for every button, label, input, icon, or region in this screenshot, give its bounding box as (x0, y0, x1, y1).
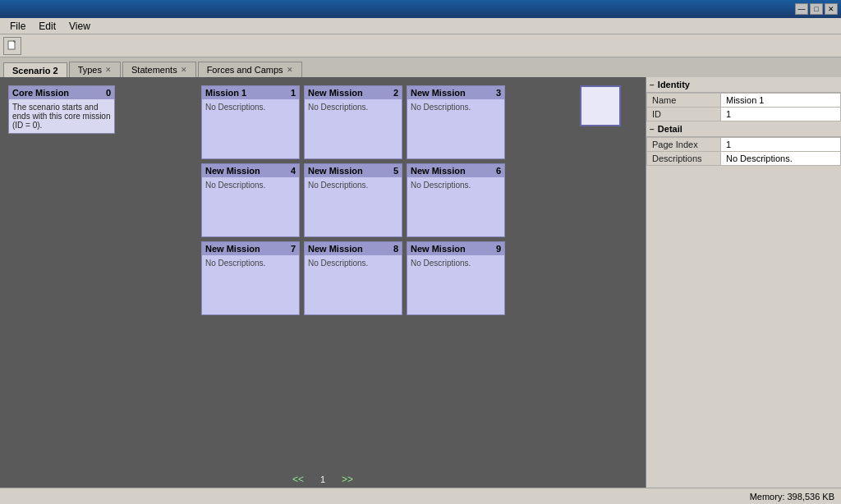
mission-id-4: 4 (291, 166, 296, 176)
title-bar-controls: — □ ✕ (795, 3, 838, 15)
maximize-button[interactable]: □ (810, 3, 823, 15)
mission-desc-6: No Descriptions. (411, 181, 471, 190)
identity-section-label: Identity (658, 80, 690, 89)
toolbar (0, 34, 841, 57)
tab-types-close[interactable]: ✕ (105, 66, 112, 74)
selected-preview (580, 85, 621, 126)
mission-card-9[interactable]: New Mission 9 No Descriptions. (407, 241, 505, 315)
mission-name-3: New Mission (411, 88, 466, 98)
tab-scenario2[interactable]: Scenario 2 (3, 62, 67, 78)
mission-body-1: No Descriptions. (202, 99, 299, 115)
mission-name-8: New Mission (308, 244, 363, 254)
prop-id-label: ID (647, 108, 721, 121)
mission-name-4: New Mission (205, 166, 260, 176)
mission-id-5: 5 (393, 166, 398, 176)
prop-name-label: Name (647, 94, 721, 108)
mission-header-5: New Mission 5 (305, 164, 402, 177)
mission-desc-3: No Descriptions. (411, 103, 471, 112)
mission-name-1: Mission 1 (205, 88, 246, 98)
prop-pageindex-value: 1 (721, 138, 841, 152)
pagination: << 1 >> (0, 471, 646, 488)
mission-desc-8: No Descriptions. (308, 259, 368, 268)
tabs-bar: Scenario 2 Types ✕ Statements ✕ Forces a… (0, 57, 841, 77)
detail-toggle[interactable]: − (650, 125, 655, 134)
mission-card-7[interactable]: New Mission 7 No Descriptions. (201, 241, 300, 315)
mission-name-5: New Mission (308, 166, 363, 176)
mission-desc-1: No Descriptions. (205, 103, 265, 112)
mission-body-6: No Descriptions. (407, 177, 504, 193)
right-panel: − Identity Name Mission 1 ID 1 − Detail (646, 77, 841, 488)
core-mission-body: The scenario starts and ends with this c… (9, 99, 114, 133)
mission-body-5: No Descriptions. (305, 177, 402, 193)
mission-card-2[interactable]: New Mission 2 No Descriptions. (304, 85, 402, 159)
core-mission-title: Core Mission (12, 88, 69, 98)
prop-pageindex-row: Page Index 1 (647, 138, 841, 152)
title-bar: — □ ✕ (0, 0, 841, 18)
mission-header-4: New Mission 4 (202, 164, 299, 177)
mission-card-4[interactable]: New Mission 4 No Descriptions. (201, 163, 300, 237)
prop-descriptions-row: Descriptions No Descriptions. (647, 152, 841, 166)
prop-name-value: Mission 1 (721, 94, 841, 108)
detail-section-label: Detail (658, 124, 682, 134)
prop-pageindex-label: Page Index (647, 138, 721, 152)
mission-id-6: 6 (496, 166, 501, 176)
mission-card-5[interactable]: New Mission 5 No Descriptions. (304, 163, 402, 237)
next-page-button[interactable]: >> (342, 474, 353, 485)
prop-name-row: Name Mission 1 (647, 94, 841, 108)
menu-file[interactable]: File (3, 19, 32, 34)
menu-edit[interactable]: Edit (32, 19, 62, 34)
status-bar: Memory: 398,536 KB (0, 488, 841, 504)
memory-status: Memory: 398,536 KB (750, 492, 834, 502)
mission-header-3: New Mission 3 (407, 86, 504, 99)
main-layout: Core Mission 0 The scenario starts and e… (0, 77, 841, 488)
mission-id-1: 1 (291, 88, 296, 98)
mission-card-6[interactable]: New Mission 6 No Descriptions. (407, 163, 505, 237)
mission-id-3: 3 (496, 88, 501, 98)
mission-desc-5: No Descriptions. (308, 181, 368, 190)
menu-bar: File Edit View (0, 18, 841, 34)
mission-header-9: New Mission 9 (407, 242, 504, 255)
prop-id-value: 1 (721, 108, 841, 121)
mission-body-8: No Descriptions. (305, 255, 402, 271)
mission-card-1[interactable]: Mission 1 1 No Descriptions. (201, 85, 300, 159)
mission-header-6: New Mission 6 (407, 164, 504, 177)
prev-page-button[interactable]: << (292, 474, 304, 485)
identity-table: Name Mission 1 ID 1 (646, 93, 841, 121)
canvas-area[interactable]: Core Mission 0 The scenario starts and e… (0, 77, 646, 488)
prop-descriptions-label: Descriptions (647, 152, 721, 166)
mission-desc-9: No Descriptions. (411, 259, 471, 268)
mission-header-7: New Mission 7 (202, 242, 299, 255)
tab-forces[interactable]: Forces and Camps ✕ (198, 62, 302, 77)
tab-statements-close[interactable]: ✕ (181, 66, 187, 74)
detail-table: Page Index 1 Descriptions No Description… (646, 137, 841, 166)
mission-id-8: 8 (393, 244, 398, 254)
mission-body-7: No Descriptions. (202, 255, 299, 271)
tab-forces-close[interactable]: ✕ (287, 66, 293, 74)
close-button[interactable]: ✕ (825, 3, 838, 15)
mission-name-7: New Mission (205, 244, 260, 254)
mission-name-9: New Mission (411, 244, 466, 254)
mission-header-2: New Mission 2 (305, 86, 402, 99)
identity-toggle[interactable]: − (650, 80, 655, 89)
mission-id-2: 2 (393, 88, 398, 98)
menu-view[interactable]: View (62, 19, 97, 34)
core-mission-description: The scenario starts and ends with this c… (12, 103, 111, 130)
tab-statements[interactable]: Statements ✕ (122, 62, 196, 77)
mission-card-8[interactable]: New Mission 8 No Descriptions. (304, 241, 402, 315)
core-mission-header: Core Mission 0 (9, 86, 114, 99)
minimize-button[interactable]: — (795, 3, 808, 15)
mission-desc-7: No Descriptions. (205, 259, 265, 268)
identity-section-header: − Identity (646, 77, 841, 93)
core-mission-card[interactable]: Core Mission 0 The scenario starts and e… (8, 85, 115, 134)
tab-types[interactable]: Types ✕ (69, 62, 121, 77)
mission-body-4: No Descriptions. (202, 177, 299, 193)
mission-desc-4: No Descriptions. (205, 181, 265, 190)
properties-panel: − Identity Name Mission 1 ID 1 − Detail (646, 77, 841, 488)
detail-section-header: − Detail (646, 121, 841, 137)
toolbar-new-button[interactable] (3, 37, 21, 55)
prop-id-row: ID 1 (647, 108, 841, 121)
mission-id-7: 7 (291, 244, 296, 254)
mission-name-2: New Mission (308, 88, 363, 98)
current-page: 1 (320, 474, 325, 484)
mission-card-3[interactable]: New Mission 3 No Descriptions. (407, 85, 505, 159)
